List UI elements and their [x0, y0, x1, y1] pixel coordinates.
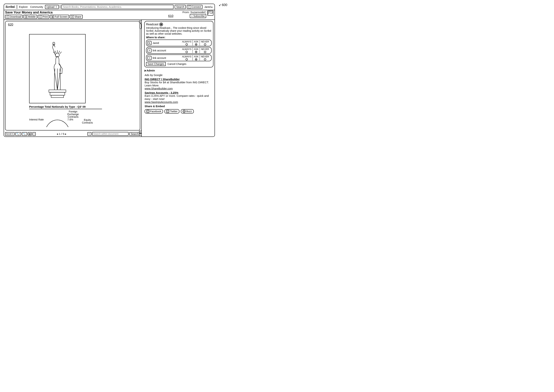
scroll-thumb[interactable]	[139, 23, 141, 29]
mobile-button[interactable]: ▮Mobile	[23, 15, 37, 19]
chart-label-fx: Foreign Exchange Contracts 7.6%	[67, 110, 79, 121]
text-select-button[interactable]: I	[32, 132, 36, 136]
share-icon: ⇄	[71, 15, 74, 18]
global-search-input[interactable]	[61, 5, 174, 9]
readcast-title: Readcast	[146, 22, 212, 26]
flag-icon[interactable]	[207, 11, 214, 16]
view-mode-select[interactable]: Scroll ⥮	[5, 132, 14, 136]
document-actions: ↧Download ▮Mobile ⎙Print ▣Full Screen ⇄S…	[5, 15, 168, 19]
chart-label-equity: Equity Contracts	[82, 119, 93, 124]
option-never[interactable]: NEVER	[200, 40, 210, 46]
share-option-group: ALWAYS ASK NEVER	[181, 55, 210, 61]
scribd-icon: S.	[147, 41, 152, 45]
upload-button[interactable]: Upload ⇧	[45, 5, 59, 9]
print-icon: ⎙	[39, 15, 42, 18]
page-image-frame	[29, 34, 86, 103]
viewer-column: 620	[4, 20, 142, 136]
subscribe-button[interactable]: + Subscribe	[190, 14, 206, 18]
divider	[17, 5, 17, 9]
share-embed-buttons: fFacebook tTwitter ✕Buzz	[145, 109, 213, 113]
facebook-icon: f	[188, 6, 191, 8]
zoom-out-button[interactable]: 🔍-	[22, 132, 27, 136]
in-document-search-input[interactable]	[92, 132, 129, 136]
global-search-button[interactable]: Search	[175, 5, 186, 9]
dropdown-icon: ⥮	[12, 133, 14, 135]
mobile-icon: ▮	[25, 15, 27, 18]
nav-explore[interactable]: Explore	[18, 5, 28, 9]
ad1-body: Buy Stocks for $4 at ShareBuilder from I…	[145, 81, 213, 87]
thumbnail-button[interactable]: ▦	[28, 132, 32, 136]
header-right: 610 From: SuzannodeC + Subscribe	[168, 11, 214, 18]
svg-point-4	[55, 53, 59, 57]
share-row-label[interactable]: link account	[152, 49, 166, 52]
statue-of-liberty-illustration	[29, 35, 85, 103]
share-row-scribd: S. Jared ALWAYS ASK NEVER	[146, 40, 212, 46]
share-facebook-button[interactable]: fFacebook	[145, 109, 163, 113]
scroll-up2-icon[interactable]: ▲	[139, 131, 142, 133]
facebook-icon: f	[146, 110, 149, 113]
right-sidebar: ▲ ▲ ▼ Readcast Introducing Readcast... T…	[142, 20, 215, 136]
readcast-panel: Readcast Introducing Readcast... The coo…	[144, 21, 214, 67]
next-page-icon[interactable]: ▸	[65, 132, 66, 135]
upload-label: Upload	[46, 6, 55, 8]
readcast-actions: Save Changes Cancel Changes	[146, 62, 212, 66]
print-button[interactable]: ⎙Print	[38, 15, 49, 19]
share-row-twitter: t link account ALWAYS ASK NEVER	[146, 55, 212, 61]
save-changes-button[interactable]: Save Changes	[146, 62, 166, 66]
connect-button[interactable]: f Connect	[187, 5, 202, 9]
share-option-group: ALWAYS ASK NEVER	[181, 40, 210, 46]
page-number: 1 / 5	[59, 132, 64, 135]
add-page-button[interactable]: +▫	[87, 132, 91, 136]
sidebar-scrollbar[interactable]: ▲ ▲ ▼	[139, 21, 142, 136]
buzz-icon: ✕	[183, 110, 186, 113]
readcast-intro: Introducing Readcast... The coolest thin…	[146, 26, 212, 35]
figure-ref-610: 610	[168, 14, 173, 18]
svg-rect-2	[49, 90, 66, 92]
svg-rect-1	[51, 95, 63, 98]
option-ask[interactable]: ASK	[193, 55, 200, 61]
option-ask[interactable]: ASK	[193, 40, 200, 46]
document-viewer[interactable]: 620	[5, 21, 140, 131]
option-ask[interactable]: ASK	[193, 48, 200, 53]
option-never[interactable]: NEVER	[200, 55, 210, 61]
broadcast-icon	[159, 22, 163, 26]
document-title: Save Your Money and America	[5, 11, 168, 14]
share-buzz-button[interactable]: ✕Buzz	[181, 109, 194, 113]
fullscreen-icon: ▣	[51, 15, 54, 18]
app-window: ↙600 Scribd. Explore Community Upload ⇧ …	[4, 4, 215, 137]
scroll-down-icon[interactable]: ▼	[139, 133, 142, 136]
option-always[interactable]: ALWAYS	[181, 55, 193, 61]
prev-page-icon[interactable]: ◂	[57, 132, 58, 135]
in-document-search-button[interactable]: Search	[129, 132, 140, 136]
nav-community[interactable]: Community	[29, 5, 44, 9]
chart-title: Percentage Total Notionals by Type - Q3'…	[29, 105, 86, 108]
fullscreen-button[interactable]: ▣Full Screen	[50, 15, 69, 19]
ad2-title[interactable]: Savings Accounts - 3.25%	[145, 91, 213, 94]
option-never[interactable]: NEVER	[200, 48, 210, 53]
ad1-url[interactable]: www.ShareBuilder.com	[145, 87, 213, 90]
user-menu[interactable]: Jared ▸	[204, 6, 214, 8]
share-embed-heading: Share & Embed	[145, 105, 213, 108]
scroll-up-icon[interactable]: ▲	[139, 21, 142, 23]
ad2-url[interactable]: www.SavingsAccounts.com	[145, 100, 213, 104]
share-button[interactable]: ⇄Share	[70, 15, 83, 19]
option-always[interactable]: ALWAYS	[181, 48, 193, 53]
connect-label: Connect	[192, 6, 201, 8]
divider	[60, 5, 60, 9]
brand-logo[interactable]: Scribd.	[5, 5, 16, 8]
user-name: Jared	[204, 6, 211, 8]
zoom-in-button[interactable]: 🔍+	[15, 132, 21, 136]
upload-icon: ⇧	[55, 6, 57, 8]
option-always[interactable]: ALWAYS	[181, 40, 193, 46]
facebook-icon: f	[147, 49, 152, 52]
where-to-share-label: Where to share:	[146, 36, 212, 39]
ad1-title[interactable]: ING DIRECT | ShareBuilder	[145, 78, 213, 81]
page-indicator: ◂ 1 / 5 ▸	[36, 132, 87, 136]
download-button[interactable]: ↧Download	[5, 15, 23, 19]
uploader-name[interactable]: SuzannodeC	[190, 11, 206, 14]
admin-section[interactable]: Admin	[145, 69, 213, 72]
share-row-label[interactable]: link account	[152, 56, 166, 59]
cancel-changes-link[interactable]: Cancel Changes	[167, 63, 187, 65]
share-option-group: ALWAYS ASK NEVER	[181, 48, 210, 53]
share-twitter-button[interactable]: tTwitter	[165, 109, 179, 113]
